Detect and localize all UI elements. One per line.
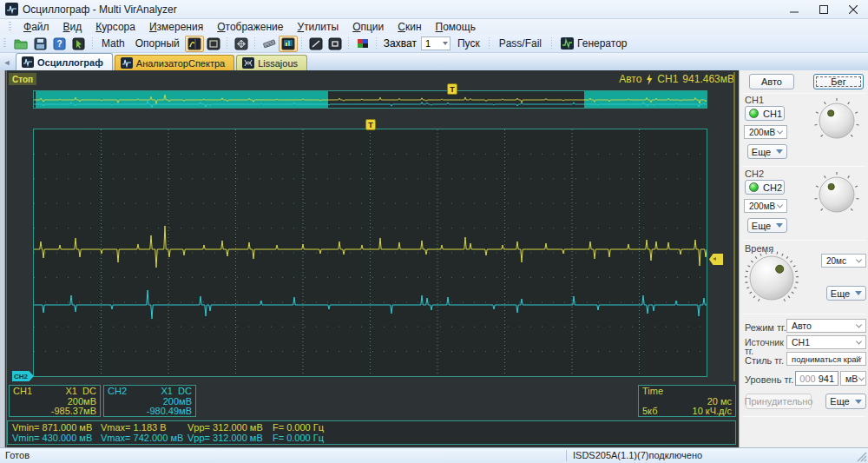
ch2-vmin: Vmin= 430.000 мВ	[12, 433, 92, 443]
ch2-led-label: CH2	[763, 182, 782, 193]
generator-button[interactable]: Генератор	[556, 36, 632, 52]
svg-text:?: ?	[56, 39, 62, 49]
ch1-scale-knob[interactable]	[812, 96, 861, 145]
sample-rate: 10 кЧ.д/с	[693, 407, 732, 417]
ch1-coupling: X1 DC	[66, 387, 96, 397]
tab-scroll-left-icon[interactable]: ◄	[2, 56, 12, 69]
menu-options[interactable]: Опции	[345, 20, 391, 34]
panel-accent-line	[6, 70, 7, 447]
ch2-more-label: Еще	[752, 221, 771, 231]
divider	[742, 240, 865, 241]
ch1-info-panel: CH1X1 DC 200мВ -985.37мВ	[9, 385, 101, 417]
trigger-level-input[interactable]: 000 941	[795, 371, 838, 386]
move-button[interactable]	[232, 36, 251, 52]
ch2-position-marker[interactable]: CH2	[12, 371, 34, 381]
help-button[interactable]: ?	[49, 36, 69, 52]
trigger-source-value: CH1	[792, 337, 810, 347]
tab-label: АнализаторСпектра	[136, 58, 225, 69]
ch2-scale-select[interactable]: 200мВ	[744, 199, 787, 213]
menu-utilities[interactable]: Утилиты	[291, 20, 346, 34]
control-panel: Авто Бег CH1 CH1 200мВ Еще CH2 CH2 200мВ…	[739, 70, 868, 447]
split-waveform-icon	[187, 37, 201, 50]
toolbar-separator	[226, 37, 229, 50]
dropdown-triangle-icon	[776, 223, 783, 228]
cursor-icon	[72, 37, 85, 50]
timebase-select[interactable]: 20мс	[821, 254, 866, 268]
oscilloscope-tab-icon	[22, 56, 34, 68]
ch2-enable-button[interactable]: CH2	[745, 180, 785, 195]
trigger-level-unit-select[interactable]: мВ	[840, 371, 866, 386]
start-button[interactable]: Пуск	[452, 36, 485, 52]
menu-cursors[interactable]: Курсора	[89, 20, 142, 34]
trigger-style-select[interactable]: подниматься край	[786, 352, 866, 366]
menu-help[interactable]: Помощь	[429, 20, 483, 34]
run-button[interactable]: Бег	[813, 74, 864, 89]
titlebar: Осциллограф - Multi VirAnalyzer	[0, 0, 868, 19]
graticule[interactable]	[33, 129, 707, 377]
capture-label: Захват	[381, 37, 419, 50]
palette-icon	[356, 37, 370, 50]
docked-panel-edge[interactable]	[0, 70, 5, 447]
trigger-level-marker[interactable]	[709, 254, 723, 265]
ch1-more-button[interactable]: Еще	[747, 144, 787, 159]
menu-skin[interactable]: Скин	[391, 20, 428, 34]
open-button[interactable]	[11, 36, 30, 52]
record-overview-strip[interactable]	[33, 90, 707, 109]
trigger-level-value: 941	[819, 374, 834, 384]
ch1-scale-select[interactable]: 200мВ	[744, 125, 787, 139]
pointer-button[interactable]	[69, 36, 88, 52]
measure-button[interactable]	[260, 36, 279, 52]
split-view-button[interactable]	[185, 36, 204, 52]
trigger-position-marker[interactable]: T	[365, 119, 376, 130]
trigger-more-button[interactable]: Еще	[825, 394, 866, 409]
strip-trigger-position-marker[interactable]: T	[447, 83, 457, 95]
force-trigger-button[interactable]: Принудительно	[746, 394, 812, 409]
menu-view[interactable]: Вид	[56, 20, 89, 34]
time-title: Time	[642, 387, 732, 397]
ch1-vmin: Vmin= 871.000 мВ	[12, 422, 92, 433]
ch2-group-label: CH2	[745, 169, 764, 179]
math-button[interactable]: Math	[96, 36, 130, 52]
trigger-style-label: Стиль тг.	[745, 355, 784, 366]
trigger-mode-label: Режим тг.	[745, 322, 786, 333]
display-button[interactable]	[279, 36, 298, 52]
save-button[interactable]	[30, 36, 49, 52]
reference-button[interactable]: Опорный	[130, 36, 185, 52]
border-view-button[interactable]	[204, 36, 223, 52]
rectangle-button[interactable]	[326, 36, 345, 52]
menubar-grip	[9, 22, 11, 32]
ch2-name: CH2	[108, 387, 127, 397]
close-button[interactable]	[838, 0, 868, 19]
capture-count-value: 1	[425, 38, 431, 49]
ch2-coupling: X1 DC	[161, 387, 192, 397]
menu-measurements[interactable]: Измерения	[142, 20, 210, 34]
resize-grip-icon[interactable]	[856, 451, 867, 462]
capture-count-input[interactable]: 1	[421, 36, 450, 50]
ch1-enable-button[interactable]: CH1	[745, 106, 785, 121]
window-title: Осциллограф - Multi VirAnalyzer	[23, 3, 177, 16]
time-more-button[interactable]: Еще	[826, 286, 866, 301]
auto-setup-button[interactable]: Авто	[749, 74, 794, 89]
timebase-knob[interactable]	[742, 248, 801, 308]
tab-oscilloscope[interactable]: Осциллограф	[16, 53, 113, 70]
ch2-more-button[interactable]: Еще	[747, 218, 787, 233]
menu-file[interactable]: Файл	[16, 20, 56, 34]
panel-splitter[interactable]	[733, 72, 735, 381]
screen-icon	[281, 37, 295, 50]
tabbar: ◄ Осциллограф АнализаторСпектра Lissajou…	[0, 53, 868, 70]
capture-dropdown-arrow[interactable]	[443, 42, 448, 45]
tab-lissajous[interactable]: Lissajous	[236, 55, 307, 70]
trigger-source-select[interactable]: CH1	[786, 335, 866, 349]
pass-fail-button[interactable]: Pass/Fail	[494, 36, 547, 52]
tab-spectrum-analyzer[interactable]: АнализаторСпектра	[115, 55, 234, 70]
menu-display[interactable]: Отображение	[210, 20, 290, 34]
ch2-scale-knob[interactable]	[812, 170, 861, 219]
palette-button[interactable]	[353, 36, 372, 52]
trigger-level-prefix: 000	[799, 374, 815, 384]
line-button[interactable]	[306, 36, 326, 52]
maximize-button[interactable]	[809, 0, 838, 19]
minimize-button[interactable]	[779, 0, 809, 19]
trigger-mode-select[interactable]: Авто	[786, 319, 866, 333]
status-text: Готов	[5, 450, 30, 460]
ch1-led-icon	[749, 109, 759, 118]
